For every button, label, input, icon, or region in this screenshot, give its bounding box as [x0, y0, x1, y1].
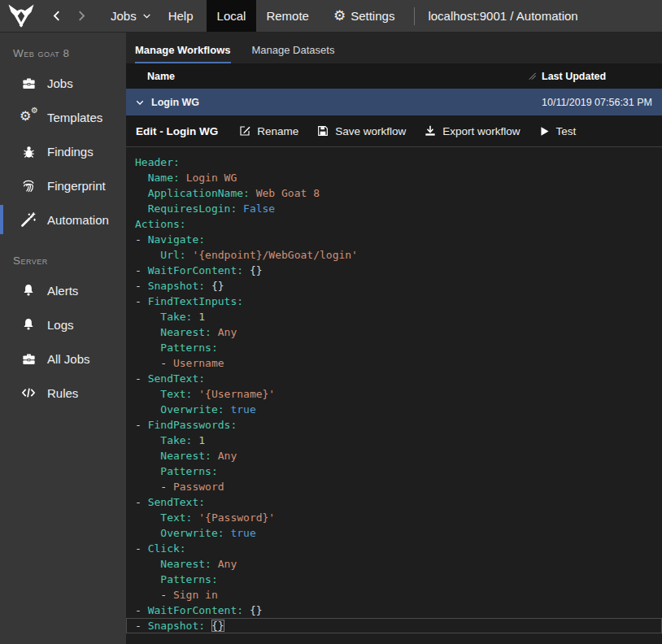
sidebar-item-label: Rules	[47, 386, 78, 400]
code-line: Patterns:	[126, 463, 662, 479]
play-icon	[538, 125, 551, 137]
code-line: - Password	[126, 479, 662, 494]
workflow-table-header: Name Last Updated	[126, 63, 662, 89]
code-line: - WaitForContent: {}	[126, 603, 662, 618]
code-line: Nearest: Any	[126, 556, 662, 572]
code-line: - Click:	[126, 541, 662, 556]
code-line: ApplicationName: Web Goat 8	[126, 185, 662, 201]
save-workflow-button[interactable]: Save workflow	[307, 115, 415, 146]
gears-icon: ⚙⚙	[20, 109, 37, 125]
topbar: Jobs Help Local Remote ⚙ Settings localh…	[0, 0, 662, 33]
tab-manage-workflows[interactable]: Manage Workflows	[135, 44, 231, 63]
column-header-last-updated[interactable]: Last Updated	[542, 71, 662, 82]
tabstrip: Manage Workflows Manage Datasets	[126, 33, 662, 63]
code-line: Take: 1	[126, 433, 662, 448]
chevron-down-icon	[142, 11, 152, 21]
code-line: Take: 1	[126, 309, 662, 324]
forward-button[interactable]	[69, 0, 93, 32]
code-line: - Snapshot: {}	[126, 618, 662, 633]
bug-icon	[20, 144, 37, 159]
code-line: Patterns:	[126, 340, 662, 355]
local-tab[interactable]: Local	[207, 0, 257, 32]
sidebar-item-label: Jobs	[47, 76, 73, 90]
back-button[interactable]	[46, 0, 69, 32]
sidebar-item-label: All Jobs	[47, 352, 90, 366]
settings-button[interactable]: ⚙ Settings	[325, 0, 403, 32]
code-line: Text: '{Username}'	[126, 386, 662, 402]
yaml-editor[interactable]: Header: Name: Login WG ApplicationName: …	[126, 147, 662, 644]
sidebar: Web goat 8 Jobs ⚙⚙ Templates Findings Fi…	[0, 33, 126, 644]
test-label: Test	[556, 125, 577, 137]
code-line: - FindTextInputs:	[126, 294, 662, 309]
fingerprint-icon	[20, 177, 37, 194]
wolf-logo-icon[interactable]	[7, 3, 37, 29]
sidebar-item-rules[interactable]: Rules	[0, 376, 126, 410]
code-line: - Username	[126, 355, 662, 371]
code-line: RequiresLogin: False	[126, 201, 662, 216]
content-area: Manage Workflows Manage Datasets Name La…	[126, 33, 662, 644]
sidebar-item-findings[interactable]: Findings	[0, 134, 126, 168]
code-line: - SendText:	[126, 371, 662, 386]
tab-manage-datasets[interactable]: Manage Datasets	[252, 44, 335, 63]
code-line: Url: '{endpoint}/WebGoat/login'	[126, 247, 662, 263]
code-line: Name: Login WG	[126, 170, 662, 185]
chevron-right-icon	[74, 9, 88, 23]
sidebar-item-label: Alerts	[47, 284, 78, 298]
remote-label: Remote	[266, 9, 309, 23]
export-workflow-button[interactable]: Export workflow	[415, 115, 529, 146]
briefcase-icon	[20, 76, 37, 91]
save-workflow-label: Save workflow	[335, 125, 406, 137]
code-line: Header:	[126, 154, 662, 170]
workflow-last-updated: 10/11/2019 07:56:31 PM	[542, 97, 662, 108]
code-line: - Sign in	[126, 587, 662, 603]
code-line: - SendText:	[126, 494, 662, 510]
save-icon	[316, 124, 329, 137]
editor-title: Edit - Login WG	[136, 125, 218, 137]
test-button[interactable]: Test	[529, 115, 586, 146]
rename-label: Rename	[257, 125, 298, 137]
sidebar-item-templates[interactable]: ⚙⚙ Templates	[0, 100, 126, 134]
workflow-name: Login WG	[151, 97, 199, 108]
download-icon	[424, 124, 437, 137]
local-label: Local	[217, 9, 246, 23]
sidebar-item-alerts[interactable]: Alerts	[0, 273, 126, 307]
topbar-divider	[414, 7, 415, 25]
remote-tab[interactable]: Remote	[258, 0, 317, 32]
sidebar-item-label: Fingerprint	[47, 179, 106, 193]
code-line: Nearest: Any	[126, 324, 662, 340]
code-line: - Navigate:	[126, 232, 662, 247]
code-line: Text: '{Password}'	[126, 510, 662, 525]
briefcase-icon	[20, 351, 37, 367]
sidebar-item-jobs[interactable]: Jobs	[0, 66, 126, 100]
sidebar-item-automation[interactable]: Automation	[0, 202, 126, 237]
gear-icon: ⚙	[333, 9, 346, 23]
code-line: Actions:	[126, 216, 662, 232]
column-header-name[interactable]: Name	[126, 71, 175, 82]
breadcrumb: localhost:9001 / Automation	[428, 9, 577, 23]
code-line: Overwrite: true	[126, 402, 662, 417]
code-line: - Snapshot: {}	[126, 278, 662, 294]
code-line: - FindPasswords:	[126, 417, 662, 433]
jobs-menu-label: Jobs	[111, 9, 137, 23]
workflow-row-login-wg[interactable]: Login WG 10/11/2019 07:56:31 PM	[126, 89, 662, 115]
sidebar-item-label: Templates	[47, 111, 102, 124]
export-workflow-label: Export workflow	[442, 125, 520, 137]
sidebar-item-logs[interactable]: Logs	[0, 307, 126, 342]
rename-button[interactable]: Rename	[229, 115, 307, 146]
bell-icon	[20, 317, 37, 332]
bell-icon	[20, 283, 37, 298]
code-line: Nearest: Any	[126, 448, 662, 463]
jobs-menu[interactable]: Jobs	[102, 0, 160, 32]
sidebar-item-fingerprint[interactable]: Fingerprint	[0, 168, 126, 202]
sidebar-section-webgoat: Web goat 8	[0, 41, 126, 66]
sidebar-item-label: Findings	[47, 145, 94, 159]
column-resize-grip-icon[interactable]	[528, 72, 537, 80]
workflow-toolbar: Edit - Login WG Rename Save workflow Exp…	[126, 115, 662, 147]
chevron-down-icon[interactable]	[135, 98, 145, 107]
help-button[interactable]: Help	[160, 0, 202, 32]
sidebar-item-label: Logs	[47, 318, 74, 332]
settings-label: Settings	[351, 9, 394, 23]
sidebar-section-server: Server	[0, 237, 126, 273]
sidebar-item-all-jobs[interactable]: All Jobs	[0, 342, 126, 376]
sidebar-item-label: Automation	[47, 213, 109, 227]
